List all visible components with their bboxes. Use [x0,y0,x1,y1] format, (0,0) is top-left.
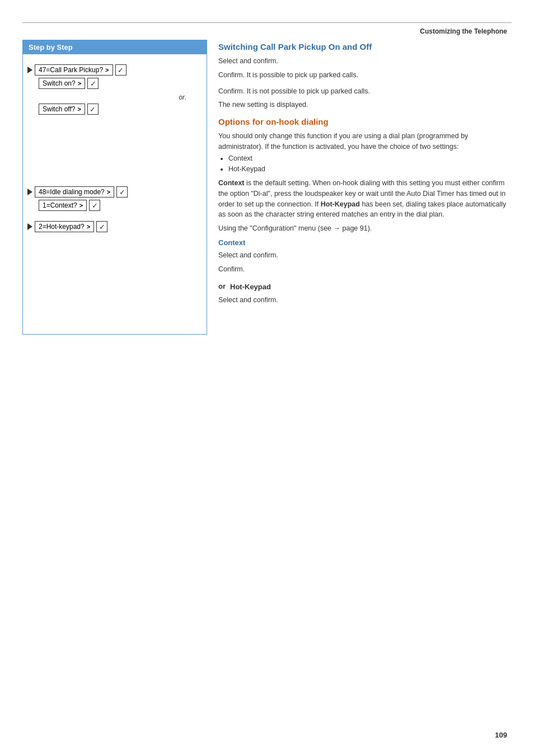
desc-options-1: You should only change this function if … [218,131,507,175]
menu-row-switch-on: Switch on? > ✓ [39,78,202,89]
desc-new-setting: The new setting is displayed. [218,100,507,110]
menu-btn-48-arrow: > [107,189,110,195]
menu-btn-47-label: 47=Call Park Pickup? [39,66,103,74]
desc-2hot-select: Select and confirm. [218,295,507,306]
desc-1context-confirm: Confirm. [218,264,507,275]
page: Customizing the Telephone Step by Step [0,0,534,756]
page-header: Customizing the Telephone [0,23,534,40]
menu-btn-switch-off-label: Switch off? [43,105,75,113]
context-subsection-title: Context [218,238,507,247]
menu-btn-2hot[interactable]: 2=Hot-keypad? > [35,221,94,232]
menu-btn-switch-on-arrow: > [78,80,81,87]
header-title: Customizing the Telephone [420,27,507,35]
menu-btn-switch-on-label: Switch on? [43,79,76,87]
step-by-step-box: Step by Step 47=Call Park Pickup? > ✓ [22,40,207,335]
triangle-icon-1 [27,67,32,73]
or-line-1: or. [27,91,202,104]
check-btn-1[interactable]: ✓ [115,64,127,76]
menu-btn-48-label: 48=Idle dialing mode? [39,188,105,196]
step-box-label: Step by Step [29,43,73,51]
menu-btn-switch-off-arrow: > [77,106,81,112]
menu-row-48: 48=Idle dialing mode? > ✓ [27,186,202,198]
menu-btn-switch-on[interactable]: Switch on? > [39,78,85,89]
desc-switch-off: Confirm. It is not possible to pick up p… [218,86,507,97]
hot-keypad-label: Hot-Keypad [230,283,271,291]
menu-btn-2hot-label: 2=Hot-keypad? [39,223,85,231]
desc-options-2: Context is the default setting. When on-… [218,178,507,220]
menu-btn-1context-arrow: > [79,202,83,209]
page-number: 109 [495,731,507,739]
right-column: Switching Call Park Pickup On and Off Se… [207,40,507,309]
menu-btn-48[interactable]: 48=Idle dialing mode? > [35,186,114,198]
step-box-body: 47=Call Park Pickup? > ✓ Switch on? > ✓ [23,54,207,334]
context-bold: Context [218,179,245,187]
menu-btn-switch-off[interactable]: Switch off? > [39,104,85,115]
menu-btn-47[interactable]: 47=Call Park Pickup? > [35,64,113,76]
desc-switch-on: Confirm. It is possible to pick up parke… [218,70,507,81]
section2-title: Options for on-hook dialing [218,117,507,126]
option-context: Context [228,153,507,164]
section1-title: Switching Call Park Pickup On and Off [218,42,507,51]
desc-48-select: Select and confirm. [218,250,507,261]
desc-select-confirm-1: Select and confirm. [218,56,507,67]
check-btn-2[interactable]: ✓ [87,78,99,89]
check-btn-3[interactable]: ✓ [87,104,99,115]
option-hotkeypad: Hot-Keypad [228,164,507,175]
menu-btn-1context[interactable]: 1=Context? > [39,200,87,211]
check-btn-5[interactable]: ✓ [89,200,100,211]
menu-btn-2hot-arrow: > [87,223,90,230]
menu-row-2hot: 2=Hot-keypad? > ✓ [27,221,202,232]
menu-btn-47-arrow: > [105,67,109,73]
menu-row-47: 47=Call Park Pickup? > ✓ [27,64,202,76]
check-btn-4[interactable]: ✓ [116,186,128,198]
triangle-icon-2 [27,189,32,195]
triangle-icon-3 [27,223,32,230]
menu-row-1context: 1=Context? > ✓ [39,200,202,211]
desc-options-3: Using the "Configuration" menu (see → pa… [218,223,507,234]
menu-row-switch-off: Switch off? > ✓ [39,104,202,115]
check-btn-6[interactable]: ✓ [96,221,107,232]
step-box-header: Step by Step [23,40,207,54]
or-label: or [218,282,226,290]
menu-btn-1context-label: 1=Context? [43,201,77,209]
options-list: Context Hot-Keypad [228,153,507,175]
hot-keypad-bold: Hot-Keypad [321,200,360,208]
